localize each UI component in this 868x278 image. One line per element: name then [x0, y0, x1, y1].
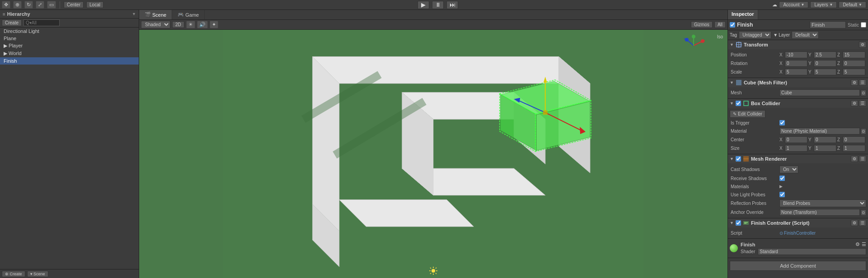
hierarchy-item-plane[interactable]: Plane	[0, 35, 139, 42]
tab-game[interactable]: 🎮 Game	[172, 10, 205, 19]
bc-enable-checkbox[interactable]	[736, 101, 741, 106]
mr-menu[interactable]: ☰	[859, 156, 866, 162]
use-light-probes-checkbox[interactable]	[779, 192, 785, 197]
shaded-select[interactable]: Shaded	[141, 21, 170, 28]
size-x-input[interactable]	[785, 145, 807, 152]
shader-label: Shader	[741, 249, 756, 254]
static-checkbox[interactable]	[861, 22, 866, 28]
cloud-icon: ☁	[772, 2, 777, 8]
mr-settings[interactable]: ⚙	[851, 156, 858, 162]
move-tool[interactable]: ⊕	[13, 1, 22, 9]
script-row: Script ⊙ FinishController	[730, 229, 866, 237]
hierarchy-item-world[interactable]: ▶ World	[0, 50, 139, 57]
mesh-input[interactable]	[779, 89, 860, 96]
is-trigger-checkbox[interactable]	[779, 120, 785, 125]
box-collider-header[interactable]: ▼ Box Collider ⚙ ☰	[728, 99, 868, 108]
material-input[interactable]	[779, 128, 860, 134]
tab-inspector[interactable]: Inspector	[728, 10, 758, 19]
scale-x-input[interactable]	[785, 69, 807, 75]
hierarchy-bottom-btn2[interactable]: ▾ Scene	[27, 271, 48, 277]
rect-tool[interactable]: ▭	[47, 1, 56, 9]
layers-dropdown[interactable]: Layers ▼	[810, 1, 837, 8]
obj-name-input[interactable]	[810, 21, 846, 28]
audio-toggle[interactable]: 🔊	[197, 21, 208, 28]
local-button[interactable]: Local	[86, 1, 103, 8]
scale-z-input[interactable]	[843, 69, 865, 75]
hierarchy-item-player[interactable]: ▶ Player	[0, 42, 139, 50]
center-y-input[interactable]	[814, 136, 836, 143]
svg-rect-46	[736, 80, 741, 85]
finish-controller-header[interactable]: ▼ Finish Controller (Script) ⚙ ☰	[728, 218, 868, 227]
cast-shadows-select[interactable]: On	[779, 166, 798, 173]
materials-arrow[interactable]: ▶	[779, 184, 783, 189]
scene-view[interactable]: X Y Z Iso	[139, 30, 727, 278]
mf-settings[interactable]: ⚙	[851, 79, 858, 86]
fc-enable-checkbox[interactable]	[736, 220, 741, 226]
finish-menu-btn[interactable]: ☰	[862, 241, 866, 247]
bc-settings[interactable]: ⚙	[851, 100, 858, 107]
pause-button[interactable]: ⏸	[432, 1, 444, 9]
fx-toggle[interactable]: ✦	[210, 21, 218, 28]
anchor-pick-btn[interactable]: ⊙	[861, 209, 866, 216]
2d-button[interactable]: 2D	[172, 21, 184, 28]
center-x-input[interactable]	[785, 136, 807, 143]
step-button[interactable]: ⏭	[446, 1, 458, 9]
hierarchy-bottom-btn1[interactable]: ⊕ Create	[2, 271, 25, 277]
tag-select[interactable]: Untagged	[739, 31, 771, 39]
script-value-text[interactable]: FinishController	[784, 231, 816, 236]
mesh-pick-btn[interactable]: ⊙	[861, 90, 866, 96]
scale-tool[interactable]: ⤢	[36, 1, 44, 9]
mf-menu[interactable]: ☰	[859, 79, 866, 86]
edit-collider-btn[interactable]: ✎ Edit Collider	[730, 110, 765, 118]
gizmos-button[interactable]: Gizmos	[691, 21, 713, 28]
hierarchy-item-finish[interactable]: Finish	[0, 57, 139, 65]
rot-y-input[interactable]	[814, 60, 836, 67]
material-pick-btn[interactable]: ⊙	[861, 128, 866, 134]
center-button[interactable]: Center	[64, 1, 84, 8]
tag-label: Tag	[730, 32, 737, 37]
size-z-input[interactable]	[843, 145, 865, 152]
size-y-input[interactable]	[814, 145, 836, 152]
script-link-icon: ⊙	[779, 231, 783, 236]
account-dropdown[interactable]: Account ▼	[779, 1, 808, 8]
shader-row: Shader	[741, 248, 866, 255]
fc-menu[interactable]: ☰	[859, 220, 866, 226]
hierarchy-search[interactable]	[23, 19, 60, 26]
scale-y-input[interactable]	[814, 69, 836, 75]
play-button[interactable]: ▶	[418, 1, 429, 9]
finish-settings-btn[interactable]: ⚙	[855, 241, 860, 247]
svg-line-41	[436, 268, 436, 269]
fc-settings[interactable]: ⚙	[851, 220, 858, 226]
anchor-override-input[interactable]	[779, 209, 860, 216]
transform-header[interactable]: ▼ Transform ⚙	[728, 40, 868, 49]
receive-shadows-checkbox[interactable]	[779, 176, 785, 181]
layer-select[interactable]: Default	[792, 31, 819, 39]
default-dropdown[interactable]: Default ▼	[839, 1, 866, 8]
mesh-filter-header[interactable]: ▼ Cube (Mesh Filter) ⚙ ☰	[728, 78, 868, 87]
tab-scene[interactable]: 🎬 Scene	[139, 10, 172, 19]
center-z-input[interactable]	[843, 136, 865, 143]
pos-x-input[interactable]	[785, 51, 807, 58]
all-button[interactable]: All	[714, 21, 726, 28]
shader-input[interactable]	[758, 248, 866, 255]
obj-active-checkbox[interactable]	[730, 22, 735, 28]
mr-enable-checkbox[interactable]	[736, 156, 741, 162]
pos-z-input[interactable]	[843, 51, 865, 58]
add-component-button[interactable]: Add Component	[730, 261, 866, 271]
center-value: X Y Z	[779, 136, 866, 143]
hierarchy-collapse[interactable]: ▼	[132, 12, 136, 16]
hierarchy-item-directionallight[interactable]: Directional Light	[0, 28, 139, 35]
mesh-renderer-header[interactable]: ▼ Mesh Renderer ⚙ ☰	[728, 154, 868, 163]
transform-tool[interactable]: ✥	[2, 1, 10, 9]
transform-body: Position X Y Z Rotation X Y	[728, 49, 868, 78]
create-button[interactable]: Create	[2, 19, 22, 26]
rot-x-input[interactable]	[785, 60, 807, 67]
transform-settings[interactable]: ⚙	[859, 42, 866, 48]
gizmo-overlay: X Y Z	[682, 34, 705, 57]
rot-z-input[interactable]	[843, 60, 865, 67]
rotate-tool[interactable]: ↻	[24, 1, 33, 9]
reflection-probes-select[interactable]: Blend Probes	[779, 199, 866, 207]
bc-menu[interactable]: ☰	[859, 100, 866, 107]
light-toggle[interactable]: ☀	[186, 21, 195, 28]
pos-y-input[interactable]	[814, 51, 836, 58]
